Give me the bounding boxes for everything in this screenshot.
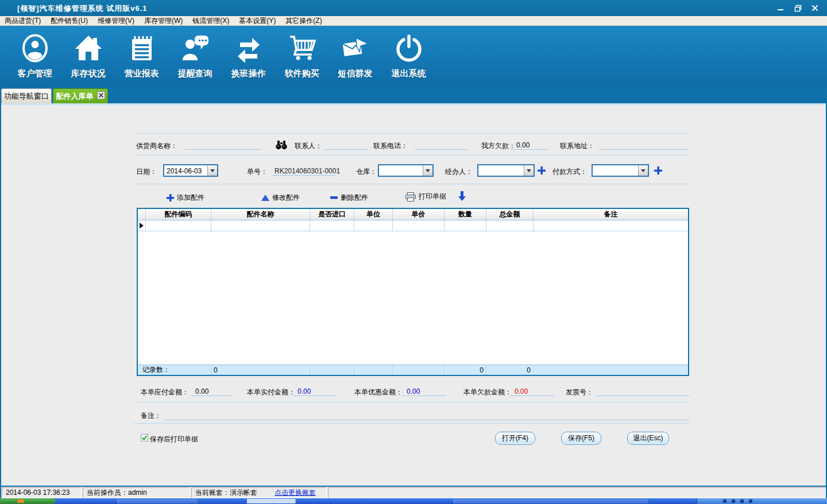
status-account: 当前账套：演示帐套 点击更换账套 (191, 487, 327, 498)
tab-bar: 功能导航窗口 配件入库单 (0, 87, 827, 103)
toolbar-button-sms[interactable]: 短信群发 (329, 26, 382, 87)
save-button[interactable]: 保存(F5) (561, 432, 601, 445)
status-bar: 2014-06-03 17:36:23 当前操作员：admin 当前账套：演示帐… (0, 487, 827, 498)
dropdown-arrow-button[interactable] (423, 165, 432, 176)
power-icon (395, 34, 423, 64)
taskbar-button[interactable] (118, 499, 198, 503)
tray-icon[interactable] (732, 499, 735, 503)
date-dropdown[interactable]: 2014-06-03 (163, 164, 218, 177)
move-down-button[interactable] (458, 191, 466, 203)
invoice-no-label: 发票号： (566, 387, 593, 397)
minimize-icon (777, 5, 784, 11)
mail-send-icon (341, 34, 370, 64)
dropdown-arrow-button[interactable] (207, 165, 217, 176)
separator (134, 184, 689, 184)
minimize-button[interactable] (774, 3, 787, 13)
address-input[interactable] (599, 141, 689, 150)
change-account-link[interactable]: 点击更换账套 (275, 488, 316, 498)
menu-item-settings[interactable]: 基本设置(Y) (239, 16, 276, 26)
column-header-unit-price[interactable]: 单价 (393, 209, 445, 220)
row-selector-header (138, 209, 146, 220)
status-datetime: 2014-06-03 17:36:23 (2, 487, 82, 498)
column-header-part-code[interactable]: 配件编码 (146, 209, 211, 220)
open-button[interactable]: 打开(F4) (495, 432, 535, 445)
print-order-button[interactable]: 打印单据 (405, 192, 446, 201)
toolbar-button-stock-status[interactable]: 库存状况 (61, 26, 115, 87)
payment-method-dropdown[interactable] (592, 164, 649, 177)
tray-icon[interactable] (723, 499, 726, 503)
table-empty-area (138, 231, 688, 365)
add-part-button[interactable]: 添加配件 (167, 193, 204, 203)
address-label: 联系地址： (560, 141, 594, 151)
add-payment-method-button[interactable] (654, 166, 662, 176)
taskbar-button[interactable] (247, 499, 296, 503)
supplier-search-button[interactable] (276, 140, 287, 152)
paid-amount-input[interactable] (293, 387, 336, 396)
plus-icon (538, 166, 546, 175)
exit-button[interactable]: 退出(Esc) (627, 432, 669, 445)
phone-label: 联系电话： (373, 141, 408, 151)
column-header-imported[interactable]: 是否进口 (310, 209, 354, 220)
start-flag-icon (17, 499, 24, 503)
user-circle-icon (21, 34, 49, 64)
phone-input[interactable] (415, 141, 468, 150)
tab-function-navigation[interactable]: 功能导航窗口 (1, 88, 52, 103)
toolbar-button-customers[interactable]: 客户管理 (8, 26, 61, 87)
tray-icon[interactable] (749, 499, 752, 503)
supplier-name-label: 供货商名称： (136, 141, 177, 151)
record-count-label: 记录数： (138, 365, 211, 375)
tab-parts-stock-in[interactable]: 配件入库单 (53, 88, 108, 103)
owed-amount-label: 本单欠款金额： (463, 387, 512, 397)
binoculars-icon (276, 140, 287, 150)
tray-icon[interactable] (740, 499, 744, 503)
chevron-down-icon (527, 169, 531, 175)
toolbar-button-reports[interactable]: 营业报表 (115, 26, 168, 87)
remark-input[interactable] (165, 411, 689, 420)
toolbar-button-shift-change[interactable]: 换班操作 (222, 26, 275, 87)
menu-item-repair[interactable]: 维修管理(V) (98, 16, 134, 26)
payable-amount-label: 本单应付金额： (141, 387, 189, 397)
window-border-left (0, 103, 1, 498)
menu-item-inventory[interactable]: 库存管理(W) (144, 16, 183, 26)
column-header-quantity[interactable]: 数量 (445, 209, 486, 220)
row-selector-cell (138, 220, 146, 231)
contact-input[interactable] (324, 141, 368, 150)
toolbar-button-reminders[interactable]: 提醒查询 (168, 26, 222, 87)
separator (134, 133, 689, 134)
column-header-unit[interactable]: 单位 (354, 209, 393, 220)
edit-part-button[interactable]: 修改配件 (261, 193, 300, 203)
supplier-name-input[interactable] (185, 141, 261, 150)
dropdown-arrow-button[interactable] (638, 165, 648, 176)
menu-item-goods-in[interactable]: 商品进货(T) (5, 16, 41, 26)
discount-amount-input[interactable] (402, 387, 446, 396)
column-header-part-name[interactable]: 配件名称 (211, 209, 310, 220)
start-button[interactable] (0, 498, 56, 504)
warehouse-dropdown[interactable] (378, 164, 434, 177)
print-after-save-label[interactable]: 保存后打印单据 (150, 435, 198, 444)
current-row-arrow-icon (140, 223, 144, 228)
order-no-label: 单号： (247, 167, 268, 177)
tab-close-icon[interactable] (97, 91, 105, 101)
toolbar-button-exit[interactable]: 退出系统 (382, 26, 435, 87)
main-toolbar: 客户管理 库存状况 营业报表 提醒查询 换班操作 软件购买 短信群发 退出系统 (0, 26, 827, 87)
print-after-save-checkbox[interactable] (141, 434, 148, 441)
delete-part-button[interactable]: 删除配件 (330, 193, 368, 203)
menu-item-parts-sales[interactable]: 配件销售(U) (51, 16, 88, 26)
add-handler-button[interactable] (538, 166, 546, 176)
menu-item-other[interactable]: 其它操作(Z) (285, 16, 322, 26)
close-button[interactable] (809, 3, 821, 13)
menu-item-cashflow[interactable]: 钱流管理(X) (192, 16, 229, 26)
handler-dropdown[interactable] (477, 164, 535, 177)
toolbar-button-buy-software[interactable]: 软件购买 (275, 26, 329, 87)
menu-bar: 商品进货(T) 配件销售(U) 维修管理(V) 库存管理(W) 钱流管理(X) … (0, 16, 827, 26)
dropdown-arrow-button[interactable] (524, 165, 534, 176)
swap-arrows-icon (234, 34, 263, 64)
plus-icon (167, 194, 174, 201)
window-title: [领智]汽车维修管理系统 试用版v6.1 (17, 3, 148, 14)
invoice-no-input[interactable] (596, 387, 689, 396)
table-row[interactable] (138, 220, 688, 231)
column-header-total[interactable]: 总金额 (486, 209, 534, 220)
restore-button[interactable] (791, 3, 804, 13)
taskbar-button[interactable] (454, 499, 649, 503)
column-header-remark[interactable]: 备注 (534, 209, 688, 220)
